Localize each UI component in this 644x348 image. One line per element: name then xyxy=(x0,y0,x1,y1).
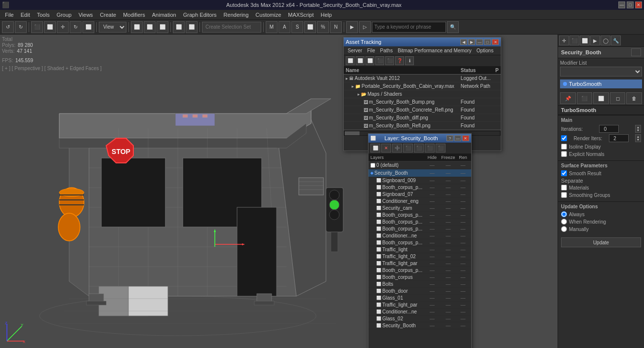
layer-tb-move3[interactable]: ⬛ xyxy=(425,144,435,153)
toolbar-redo[interactable]: ↻ xyxy=(15,21,27,33)
menu-views[interactable]: Views xyxy=(76,11,96,18)
toolbar-snap[interactable]: S xyxy=(291,21,303,33)
list-item[interactable]: ⬜ Booth_corpus_p... — — — xyxy=(368,239,471,246)
list-item[interactable]: ⬜ Traffic_light_par — — — xyxy=(368,302,471,309)
toolbar-search-btn[interactable]: 🔍 xyxy=(447,21,459,33)
table-row[interactable]: 🖼 m_Security_Booth_diff.png Found xyxy=(344,114,501,122)
toolbar-angle-snap[interactable]: ⬜ xyxy=(304,21,316,33)
layer-window-close[interactable]: ✕ xyxy=(462,135,469,141)
asset-tb-btn-3[interactable]: ⬜ xyxy=(365,56,374,65)
menu-edit[interactable]: Edit xyxy=(18,11,33,18)
explicit-normals-checkbox[interactable] xyxy=(561,151,567,157)
list-item[interactable]: ⬜ Booth_corpus_p... — — — xyxy=(368,226,471,232)
table-row[interactable]: ▸ 📂 Maps / Shaders xyxy=(344,90,501,98)
list-item[interactable]: ⬜ Booth_door — — — xyxy=(368,288,471,295)
update-button[interactable]: Update xyxy=(561,237,641,247)
table-row[interactable]: 🖼 m_Security_Booth_Refl.png Found xyxy=(344,122,501,130)
asset-menu-paths[interactable]: Paths xyxy=(378,47,395,54)
toolbar-layer[interactable]: ⬜ xyxy=(173,21,185,33)
panel-tab-utilities[interactable]: 🔧 xyxy=(611,36,621,45)
viewport[interactable]: Total Polys: 89 280 Verts: 47 141 FPS: 1… xyxy=(0,35,558,348)
minimize-button[interactable]: — xyxy=(618,1,625,8)
layer-tb-add[interactable]: ➕ xyxy=(392,144,402,153)
asset-tb-btn-2[interactable]: ⬜ xyxy=(356,56,364,65)
render-iters-checkbox[interactable] xyxy=(561,135,567,141)
menu-create[interactable]: Create xyxy=(97,11,119,18)
asset-menu-options[interactable]: Options xyxy=(475,47,495,54)
asset-tb-btn-6[interactable]: ❓ xyxy=(395,56,404,65)
asset-tracking-close[interactable]: ✕ xyxy=(492,39,499,45)
list-item[interactable]: ⬜ Booth_corpus_p... — — — xyxy=(368,219,471,226)
list-item[interactable]: ⬜ Glass_01 — — — xyxy=(368,295,471,302)
manually-radio[interactable] xyxy=(561,226,567,232)
modifier-list-dropdown[interactable] xyxy=(560,67,642,77)
table-row[interactable]: ▸ 🏛 Autodesk Vault 2012 Logged Out... xyxy=(344,75,501,82)
asset-tracking-minimize[interactable]: — xyxy=(476,39,483,45)
list-item[interactable]: ⬜ Signboard_009 — — — xyxy=(368,177,471,184)
smooth-result-checkbox[interactable] xyxy=(561,170,567,176)
toolbar-percent-snap[interactable]: % xyxy=(317,21,329,33)
toolbar-move[interactable]: ✛ xyxy=(57,21,69,33)
search-input[interactable] xyxy=(372,22,446,33)
object-color-swatch[interactable] xyxy=(631,48,641,56)
list-item[interactable]: ⬜ Security_Booth — — — xyxy=(368,322,471,329)
maximize-button[interactable]: □ xyxy=(627,1,634,8)
table-row[interactable]: ▸ 📁 Portable_Security_Booth_Cabin_vray.m… xyxy=(344,82,501,90)
reference-coord-dropdown[interactable]: View World Local xyxy=(99,22,126,33)
asset-tb-btn-1[interactable]: ⬜ xyxy=(346,56,355,65)
toolbar-quick-render[interactable]: ▷ xyxy=(359,21,371,33)
list-item[interactable]: ⬜ Conditioner...ne — — — xyxy=(368,232,471,239)
toolbar-unlink[interactable]: ⬜ xyxy=(144,21,156,33)
toolbar-render-scene[interactable]: ▶ xyxy=(346,21,358,33)
asset-tb-btn-4[interactable]: ⬛ xyxy=(375,56,384,65)
toolbar-scale[interactable]: ⬜ xyxy=(82,21,94,33)
list-item[interactable]: 0 (default) — — — xyxy=(368,161,471,169)
layer-tb-move4[interactable]: ⬛ xyxy=(436,144,445,153)
panel-tab-display[interactable]: ◯ xyxy=(601,36,610,45)
menu-file[interactable]: File xyxy=(2,11,17,18)
asset-tracking-maximize[interactable]: □ xyxy=(484,39,491,45)
asset-tb-btn-5[interactable]: ⬛ xyxy=(385,56,394,65)
list-item[interactable]: ⬜ Traffic_light_par — — — xyxy=(368,260,471,267)
table-row[interactable]: 🖼 m_Security_Booth_Concrete_Refl.png Fou… xyxy=(344,106,501,114)
menu-graph-editors[interactable]: Graph Editors xyxy=(180,11,220,18)
asset-menu-server[interactable]: Server xyxy=(346,47,364,54)
render-iters-input[interactable]: 2 xyxy=(609,134,629,142)
list-item[interactable]: ⬜ Conditioner...ne — — — xyxy=(368,309,471,315)
list-item[interactable]: ⬜ Signboard_07 — — — xyxy=(368,191,471,198)
materials-checkbox[interactable] xyxy=(561,185,567,191)
toolbar-isolate[interactable]: ⬜ xyxy=(186,21,198,33)
mod-show-end-btn[interactable]: ⬜ xyxy=(593,92,609,104)
layer-tb-move2[interactable]: ⬛ xyxy=(414,144,424,153)
toolbar-select[interactable]: ⬛ xyxy=(31,21,43,33)
table-row[interactable]: 🖼 m_Security_Booth_Bump.png Found xyxy=(344,98,501,106)
menu-group[interactable]: Group xyxy=(53,11,75,18)
list-item[interactable]: ⬜ Conditioner_eng — — — xyxy=(368,198,471,205)
mod-remove-btn[interactable]: 🗑 xyxy=(626,92,642,104)
toolbar-undo[interactable]: ↺ xyxy=(2,21,14,33)
layer-tb-select[interactable]: ⬜ xyxy=(370,144,380,153)
list-item[interactable]: ⬜ Booth_corpus_p... — — — xyxy=(368,267,471,274)
toolbar-mirror[interactable]: M xyxy=(266,21,278,33)
layer-window-help[interactable]: ? xyxy=(446,135,453,141)
mod-active-btn[interactable]: ⬛ xyxy=(577,92,593,104)
panel-tab-modify[interactable]: ⬛ xyxy=(569,36,579,45)
toolbar-array[interactable]: A xyxy=(279,21,290,33)
isoline-checkbox[interactable] xyxy=(561,144,567,150)
list-item[interactable]: ⬜ Security_cam — — — xyxy=(368,205,471,212)
layer-tb-delete[interactable]: ✕ xyxy=(381,144,391,153)
menu-customize[interactable]: Customize xyxy=(252,11,284,18)
mod-make-unique-btn[interactable]: ◻ xyxy=(610,92,626,104)
list-item[interactable]: ⬜ Glass_02 — — — xyxy=(368,315,471,322)
toolbar-named-sel[interactable]: N xyxy=(330,21,342,33)
list-item[interactable]: ⬜ Booth_corpus_p... — — — xyxy=(368,212,471,219)
toolbar-bind[interactable]: ⬜ xyxy=(157,21,168,33)
layer-checkbox-default[interactable] xyxy=(370,163,375,168)
toolbar-rotate[interactable]: ↻ xyxy=(70,21,81,33)
render-iters-spinner[interactable]: ▲ ▼ xyxy=(635,134,641,142)
iterations-spinner[interactable]: ▲ ▼ xyxy=(635,125,641,133)
menu-help[interactable]: Help xyxy=(318,11,335,18)
layer-window-minimize[interactable]: — xyxy=(454,135,461,141)
close-button[interactable]: ✕ xyxy=(635,1,642,8)
asset-menu-bitmap[interactable]: Bitmap Performance and Memory xyxy=(396,47,474,54)
